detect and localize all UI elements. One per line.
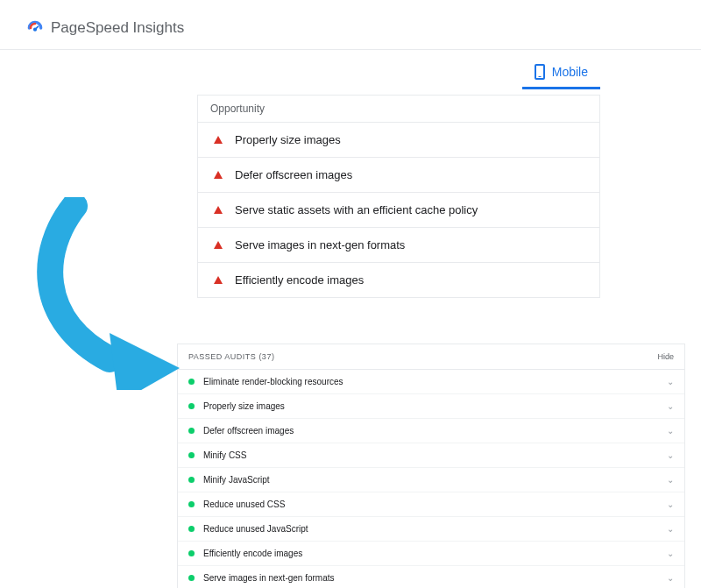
chevron-down-icon: ⌄: [667, 524, 674, 534]
pass-dot-icon: [188, 526, 195, 532]
pass-dot-icon: [188, 452, 195, 458]
chevron-down-icon: ⌄: [667, 377, 674, 386]
chevron-down-icon: ⌄: [667, 450, 674, 460]
tab-mobile-label: Mobile: [552, 65, 588, 79]
passed-audit-label: Serve images in next-gen formats: [203, 573, 335, 583]
passed-audit-label: Efficiently encode images: [203, 549, 302, 558]
tab-mobile[interactable]: Mobile: [522, 59, 600, 89]
warning-triangle-icon: [214, 276, 223, 284]
app-header: PageSpeed Insights: [0, 0, 701, 50]
opportunity-item[interactable]: Defer offscreen images: [198, 158, 599, 193]
passed-audit-item[interactable]: Properly size images ⌄: [178, 394, 684, 419]
passed-audit-label: Minify JavaScript: [203, 475, 270, 485]
pass-dot-icon: [188, 550, 195, 556]
chevron-down-icon: ⌄: [667, 499, 674, 509]
pass-dot-icon: [188, 477, 195, 483]
passed-audit-label: Minify CSS: [203, 450, 246, 460]
warning-triangle-icon: [214, 206, 223, 214]
warning-triangle-icon: [214, 136, 223, 144]
pass-dot-icon: [188, 379, 195, 385]
opportunity-header: Opportunity: [198, 96, 599, 123]
passed-audit-label: Reduce unused CSS: [203, 499, 285, 509]
passed-audit-item[interactable]: Reduce unused JavaScript ⌄: [178, 517, 684, 542]
app-title: PageSpeed Insights: [51, 19, 184, 37]
passed-audit-item[interactable]: Reduce unused CSS ⌄: [178, 492, 684, 517]
pass-dot-icon: [188, 428, 195, 434]
opportunity-item-label: Properly size images: [235, 133, 341, 146]
opportunity-item-label: Defer offscreen images: [235, 168, 352, 181]
opportunity-item[interactable]: Serve static assets with an efficient ca…: [198, 193, 599, 228]
passed-audits-title: PASSED AUDITS (37): [188, 352, 274, 361]
svg-line-1: [35, 26, 38, 29]
opportunity-item-label: Serve images in next-gen formats: [235, 238, 405, 251]
passed-audit-item[interactable]: Eliminate render-blocking resources ⌄: [178, 370, 684, 394]
passed-audit-item[interactable]: Defer offscreen images ⌄: [178, 419, 684, 443]
pass-dot-icon: [188, 403, 195, 409]
passed-audit-item[interactable]: Efficiently encode images ⌄: [178, 542, 684, 566]
passed-audit-item[interactable]: Minify CSS ⌄: [178, 443, 684, 468]
passed-audit-item[interactable]: Minify JavaScript ⌄: [178, 468, 684, 492]
passed-audit-label: Eliminate render-blocking resources: [203, 377, 343, 386]
opportunity-item[interactable]: Efficiently encode images: [198, 263, 599, 297]
opportunity-item-label: Serve static assets with an efficient ca…: [235, 203, 478, 216]
warning-triangle-icon: [214, 241, 223, 249]
chevron-down-icon: ⌄: [667, 573, 674, 583]
passed-audit-label: Properly size images: [203, 401, 285, 411]
passed-audits-panel: PASSED AUDITS (37) Hide Eliminate render…: [177, 344, 685, 588]
passed-audit-item[interactable]: Serve images in next-gen formats ⌄: [178, 566, 684, 588]
opportunity-panel: Opportunity Properly size images Defer o…: [197, 95, 600, 298]
device-tabs: Mobile: [0, 50, 701, 89]
pagespeed-logo-icon: [26, 19, 44, 37]
passed-audit-label: Defer offscreen images: [203, 426, 294, 436]
hide-toggle[interactable]: Hide: [657, 352, 674, 361]
passed-audit-label: Reduce unused JavaScript: [203, 524, 308, 534]
opportunity-item[interactable]: Properly size images: [198, 123, 599, 158]
pass-dot-icon: [188, 501, 195, 507]
pass-dot-icon: [188, 575, 195, 581]
chevron-down-icon: ⌄: [667, 475, 674, 485]
phone-icon: [535, 64, 545, 80]
chevron-down-icon: ⌄: [667, 426, 674, 436]
chevron-down-icon: ⌄: [667, 401, 674, 411]
opportunity-item-label: Efficiently encode images: [235, 273, 364, 287]
warning-triangle-icon: [214, 171, 223, 179]
opportunity-item[interactable]: Serve images in next-gen formats: [198, 228, 599, 263]
passed-audits-header[interactable]: PASSED AUDITS (37) Hide: [178, 344, 684, 370]
chevron-down-icon: ⌄: [667, 549, 674, 558]
